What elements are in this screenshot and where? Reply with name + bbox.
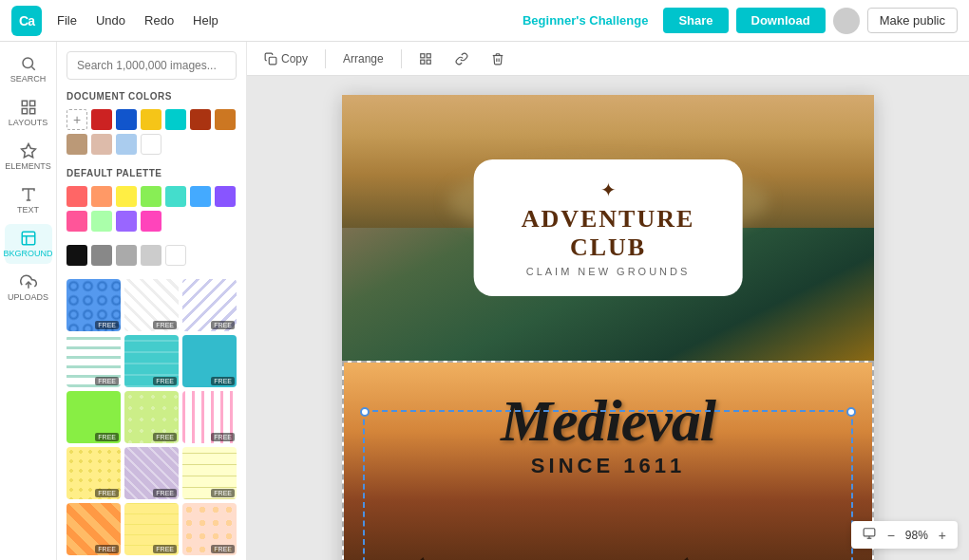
color-swatch-yellow[interactable]	[141, 109, 162, 130]
sidebar-item-elements[interactable]: ELEMENTS	[5, 137, 52, 177]
sidebar-item-uploads[interactable]: UPLOADS	[5, 268, 52, 308]
palette-green[interactable]	[141, 186, 162, 207]
beginners-challenge-button[interactable]: Beginner's Challenge	[515, 9, 656, 31]
medieval-card[interactable]: Medieval SINCE 1611 ↻	[342, 361, 874, 560]
grid-button[interactable]	[413, 48, 438, 69]
canva-logo[interactable]: Ca	[11, 6, 42, 36]
palette-violet[interactable]	[116, 211, 137, 232]
texture-3[interactable]: FREE	[182, 279, 237, 331]
adventure-subtitle[interactable]: CLAIM NEW GROUNDS	[522, 266, 695, 277]
sidebar-bkground-label: BKGROUND	[4, 249, 53, 258]
color-swatch-tan[interactable]	[66, 134, 87, 155]
palette-purple[interactable]	[215, 186, 236, 207]
search-input[interactable]	[66, 51, 237, 80]
link-button[interactable]	[449, 48, 474, 69]
sidebar-uploads-label: UPLOADS	[8, 292, 48, 302]
menu-redo[interactable]: Redo	[137, 9, 181, 31]
free-badge-15: FREE	[211, 545, 235, 553]
texture-11[interactable]: FREE	[124, 447, 179, 499]
sidebar-item-layouts[interactable]: LAYOUTS	[5, 93, 52, 133]
svg-line-1	[31, 66, 34, 69]
swatch-gray[interactable]	[116, 245, 137, 266]
medieval-since-text[interactable]: SINCE 1611	[370, 454, 846, 478]
nav-right-section: Beginner's Challenge Share Download Make…	[515, 8, 958, 34]
texture-5[interactable]: FREE	[124, 335, 179, 387]
palette-teal[interactable]	[165, 186, 186, 207]
share-button[interactable]: Share	[663, 8, 728, 33]
svg-rect-12	[420, 53, 424, 57]
adventure-card[interactable]: ✦ ADVENTURE CLUB CLAIM NEW GROUNDS	[342, 95, 874, 361]
palette-red[interactable]	[66, 186, 87, 207]
free-badge-5: FREE	[153, 377, 177, 385]
free-badge-7: FREE	[95, 433, 119, 441]
swatch-lightgray[interactable]	[141, 245, 162, 266]
free-badge-9: FREE	[211, 433, 235, 441]
color-swatch-peach[interactable]	[91, 134, 112, 155]
medieval-text-block[interactable]: Medieval SINCE 1611	[370, 391, 846, 478]
texture-15[interactable]: FREE	[182, 503, 237, 555]
color-swatch-white[interactable]	[141, 134, 162, 155]
palette-lightgreen[interactable]	[91, 211, 112, 232]
color-swatch-lightblue[interactable]	[116, 134, 137, 155]
color-swatch-red[interactable]	[91, 109, 112, 130]
canvas-toolbar: Copy Arrange	[247, 42, 969, 76]
sidebar-item-bkground[interactable]: BKGROUND	[5, 224, 52, 264]
menu-file[interactable]: File	[49, 9, 85, 31]
texture-section: FREE FREE FREE FREE FREE FREE	[66, 279, 237, 555]
texture-14[interactable]: FREE	[124, 503, 179, 555]
copy-button[interactable]: Copy	[258, 48, 314, 69]
texture-6[interactable]: FREE	[182, 335, 237, 387]
zoom-out-button[interactable]: −	[884, 526, 899, 545]
palette-pink[interactable]	[66, 211, 87, 232]
toolbar-separator-1	[325, 49, 326, 68]
swatch-white2[interactable]	[165, 245, 186, 266]
free-badge-2: FREE	[153, 321, 177, 329]
texture-7[interactable]: FREE	[66, 391, 121, 443]
svg-rect-16	[864, 529, 875, 536]
adventure-title[interactable]: ADVENTURE CLUB	[522, 205, 695, 262]
palette-hotpink[interactable]	[141, 211, 162, 232]
svg-point-0	[23, 58, 33, 68]
svg-rect-13	[427, 53, 430, 57]
texture-12[interactable]: FREE	[182, 447, 237, 499]
toolbar-separator-2	[401, 49, 402, 68]
present-button[interactable]	[859, 525, 880, 545]
texture-9[interactable]: FREE	[182, 391, 237, 443]
free-badge-8: FREE	[153, 433, 177, 441]
sidebar-item-search[interactable]: SEARCH	[5, 49, 52, 89]
adventure-badge-overlay[interactable]: ✦ ADVENTURE CLUB CLAIM NEW GROUNDS	[474, 159, 743, 296]
download-button[interactable]: Download	[736, 8, 826, 33]
svg-rect-5	[29, 109, 34, 114]
texture-13[interactable]: FREE	[66, 503, 121, 555]
medieval-main-text[interactable]: Medieval	[370, 391, 846, 450]
canvas-scroll[interactable]: ✦ ADVENTURE CLUB CLAIM NEW GROUNDS Medie…	[247, 76, 969, 560]
svg-rect-14	[420, 60, 424, 64]
color-swatch-teal[interactable]	[165, 109, 186, 130]
palette-yellow[interactable]	[116, 186, 137, 207]
color-swatch-orange[interactable]	[215, 109, 236, 130]
zoom-in-button[interactable]: +	[935, 526, 950, 545]
avatar[interactable]	[833, 8, 860, 34]
texture-10[interactable]: FREE	[66, 447, 121, 499]
add-color-button[interactable]: +	[66, 109, 87, 130]
grayscale-grid	[66, 245, 237, 266]
color-swatch-brown[interactable]	[190, 109, 211, 130]
palette-orange[interactable]	[91, 186, 112, 207]
swatch-darkgray[interactable]	[91, 245, 112, 266]
delete-button[interactable]	[485, 48, 510, 69]
palette-skyblue[interactable]	[190, 186, 211, 207]
make-public-button[interactable]: Make public	[867, 8, 958, 33]
free-badge-6: FREE	[211, 377, 235, 385]
free-badge-3: FREE	[211, 321, 235, 329]
menu-help[interactable]: Help	[185, 9, 226, 31]
sidebar-item-text[interactable]: TEXT	[5, 180, 52, 220]
design-canvas: ✦ ADVENTURE CLUB CLAIM NEW GROUNDS Medie…	[342, 95, 874, 560]
texture-2[interactable]: FREE	[124, 279, 179, 331]
arrange-button[interactable]: Arrange	[337, 48, 390, 69]
swatch-black[interactable]	[66, 245, 87, 266]
color-swatch-blue[interactable]	[116, 109, 137, 130]
menu-undo[interactable]: Undo	[88, 9, 133, 31]
texture-8[interactable]: FREE	[124, 391, 179, 443]
texture-4[interactable]: FREE	[66, 335, 121, 387]
texture-1[interactable]: FREE	[66, 279, 121, 331]
